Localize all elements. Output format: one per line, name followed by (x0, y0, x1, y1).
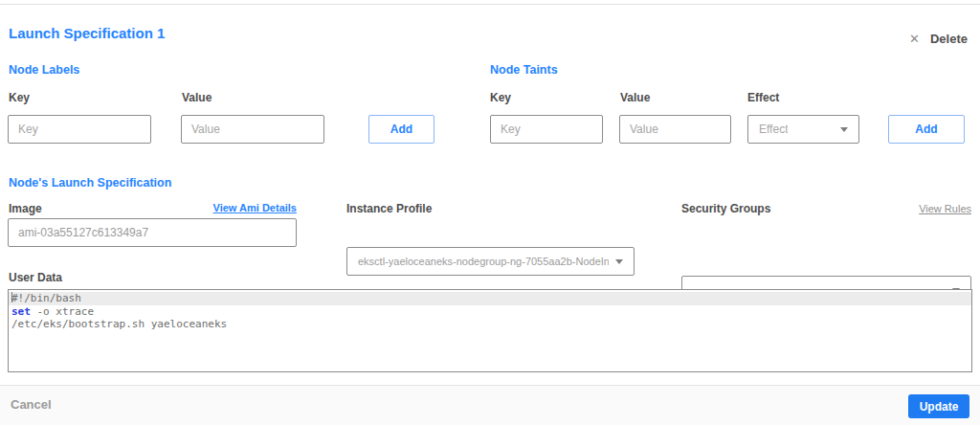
chevron-down-icon (840, 127, 848, 132)
top-divider (0, 4, 980, 5)
node-taints-add-button[interactable]: Add (888, 115, 965, 144)
node-taints-key-label: Key (490, 91, 511, 104)
node-labels-value-label: Value (182, 91, 212, 104)
footer-bar (0, 385, 980, 425)
view-rules-link[interactable]: View Rules (681, 203, 971, 214)
image-input[interactable] (8, 218, 297, 247)
delete-button[interactable]: ✕ Delete (909, 32, 968, 46)
chevron-down-icon (615, 259, 623, 264)
delete-button-label: Delete (930, 32, 968, 46)
user-data-editor[interactable]: #!/bin/bash set -o xtrace /etc/eks/boots… (8, 289, 972, 372)
code-line-3: /etc/eks/bootstrap.sh yaeloceaneks (9, 318, 971, 331)
node-labels-value-input[interactable] (181, 115, 324, 144)
node-taints-heading: Node Taints (490, 63, 558, 77)
cancel-button[interactable]: Cancel (11, 397, 52, 412)
close-icon: ✕ (909, 33, 920, 45)
node-labels-heading: Node Labels (9, 63, 79, 77)
code-line-1: #!/bin/bash (9, 292, 971, 305)
node-labels-key-label: Key (9, 91, 30, 104)
view-ami-details-link[interactable]: View Ami Details (8, 202, 297, 213)
launch-spec-heading: Node's Launch Specification (9, 176, 171, 190)
code-line-2: set -o xtrace (9, 305, 971, 319)
node-taints-effect-label: Effect (747, 91, 779, 104)
page-title: Launch Specification 1 (9, 25, 165, 41)
instance-profile-value: eksctl-yaeloceaneks-nodegroup-ng-7055aa2… (358, 256, 609, 267)
node-taints-effect-select[interactable]: Effect (747, 115, 859, 144)
instance-profile-label: Instance Profile (346, 202, 432, 215)
update-button[interactable]: Update (908, 394, 969, 418)
node-taints-value-label: Value (620, 91, 650, 104)
effect-select-placeholder: Effect (759, 123, 788, 136)
instance-profile-select[interactable]: eksctl-yaeloceaneks-nodegroup-ng-7055aa2… (346, 247, 635, 276)
node-taints-value-input[interactable] (619, 115, 731, 144)
node-labels-add-button[interactable]: Add (368, 115, 434, 144)
user-data-label: User Data (9, 271, 62, 284)
node-taints-key-input[interactable] (490, 115, 603, 144)
node-labels-key-input[interactable] (8, 115, 151, 144)
